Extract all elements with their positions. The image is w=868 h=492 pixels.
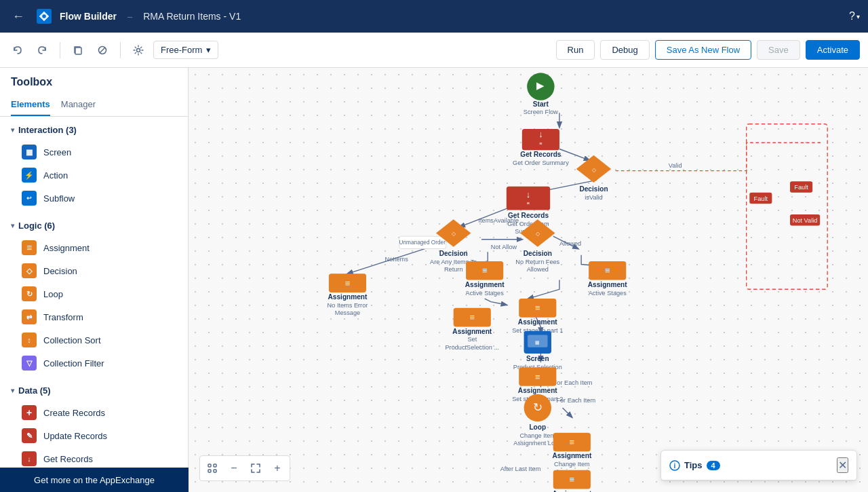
svg-rect-101 — [214, 470, 216, 472]
save-as-new-button[interactable]: Save As New Flow — [655, 40, 751, 60]
svg-text:↓: ↓ — [526, 189, 530, 200]
toolbox-item-subflow[interactable]: ↩ Subflow — [0, 187, 188, 210]
layout-select[interactable]: Free-Form ▾ — [153, 41, 218, 59]
save-button: Save — [757, 40, 800, 60]
toolbox-tabs: Elements Manager — [0, 94, 188, 117]
svg-text:ProductSelection ...: ProductSelection ... — [445, 344, 499, 351]
svg-text:≡: ≡ — [570, 437, 575, 447]
toolbox-item-loop[interactable]: ↻ Loop — [0, 282, 188, 305]
svg-line-4 — [100, 48, 105, 53]
node-assignment-setprod: ≡ Assignment Set ProductSelection ... — [445, 308, 499, 351]
toolbox-item-collection-sort[interactable]: ↕ Collection Sort — [0, 328, 188, 352]
undo-button[interactable] — [8, 41, 27, 60]
section-interaction-header[interactable]: ▾ Interaction (3) — [0, 119, 188, 140]
svg-text:≡: ≡ — [482, 265, 488, 276]
screen-icon: ▦ — [22, 145, 37, 159]
tips-close-button[interactable]: ✕ — [837, 457, 848, 473]
back-button[interactable]: ← — [8, 5, 28, 28]
svg-text:≡: ≡ — [539, 140, 542, 147]
svg-text:Not Valid: Not Valid — [793, 217, 818, 224]
toolbox-item-collection-filter[interactable]: ▽ Collection Filter — [0, 352, 188, 375]
svg-rect-100 — [208, 470, 211, 472]
flow-name: RMA Return Items - V1 — [143, 11, 241, 22]
svg-text:Valid: Valid — [669, 162, 682, 169]
zoom-in-button[interactable]: + — [268, 459, 287, 478]
canvas[interactable]: Valid ItemsAvailable Not Allow Allowed N… — [189, 68, 868, 492]
section-logic-label: Logic (6) — [18, 221, 55, 231]
svg-text:Assignment: Assignment — [552, 452, 591, 459]
node-assignment-noitems: ≡ Assignment No Items Error Message — [328, 273, 368, 316]
toolbox-item-update-records[interactable]: ✎ Update Records — [0, 424, 188, 447]
block-button[interactable] — [93, 41, 112, 60]
debug-button[interactable]: Debug — [600, 40, 649, 60]
svg-rect-98 — [208, 464, 211, 467]
section-logic: ▾ Logic (6) ≡ Assignment ◇ Decision ↻ Lo… — [0, 212, 188, 377]
activate-button[interactable]: Activate — [806, 40, 860, 60]
section-data-header[interactable]: ▾ Data (5) — [0, 380, 188, 401]
decision-label: Decision — [43, 266, 77, 276]
settings-button[interactable] — [129, 41, 148, 60]
main-layout: Toolbox Elements Manager ▾ Interaction (… — [0, 68, 868, 492]
svg-text:Fault: Fault — [754, 195, 768, 202]
help-button[interactable]: ? ▾ — [849, 10, 860, 22]
toolbox-item-action[interactable]: ⚡ Action — [0, 164, 188, 187]
update-records-icon: ✎ — [22, 428, 37, 443]
toolbox-title: Toolbox — [0, 68, 188, 94]
expand-button[interactable] — [246, 459, 265, 478]
collection-sort-icon: ↕ — [22, 333, 37, 347]
zoom-out-button[interactable]: − — [224, 459, 243, 478]
toolbox-item-decision[interactable]: ◇ Decision — [0, 259, 188, 282]
svg-text:Allowed: Allowed — [527, 266, 549, 273]
flow-diagram: Valid ItemsAvailable Not Allow Allowed N… — [189, 68, 868, 492]
svg-text:Get Order Summary: Get Order Summary — [513, 159, 569, 166]
svg-text:Assignment: Assignment — [518, 387, 557, 394]
toolbar-divider-2 — [120, 42, 121, 58]
appexchange-banner[interactable]: Get more on the AppExchange — [0, 468, 189, 492]
loop-label: Loop — [43, 289, 63, 299]
fit-view-button[interactable] — [203, 459, 222, 478]
svg-text:↓: ↓ — [538, 129, 542, 139]
action-icon: ⚡ — [22, 168, 37, 183]
tips-title: i Tips 4 — [669, 460, 720, 471]
action-label: Action — [43, 170, 68, 181]
toolbox-item-transform[interactable]: ⇄ Transform — [0, 305, 188, 328]
redo-button[interactable] — [33, 41, 52, 60]
svg-text:Not Allow: Not Allow — [491, 244, 517, 250]
run-button[interactable]: Run — [556, 40, 595, 60]
svg-text:Assignment: Assignment — [588, 281, 627, 288]
section-logic-header[interactable]: ▾ Logic (6) — [0, 215, 188, 236]
svg-text:Assignment: Assignment — [452, 328, 492, 335]
svg-text:Screen Flow: Screen Flow — [524, 109, 558, 115]
decision-icon: ◇ — [22, 263, 37, 278]
chevron-down-icon-logic: ▾ — [11, 222, 14, 229]
toolbox-item-screen[interactable]: ▦ Screen — [0, 140, 188, 164]
section-interaction-label: Interaction (3) — [18, 125, 77, 135]
node-assignment-active1: ≡ Assignment Active Stages — [465, 261, 505, 297]
get-records-label: Get Records — [43, 454, 93, 464]
collection-sort-label: Collection Sort — [43, 335, 101, 345]
node-get-order-summary: ↓ ≡ Get Records Get Order Summary — [513, 129, 569, 166]
section-data-label: Data (5) — [18, 385, 51, 396]
toolbox-item-get-records[interactable]: ↓ Get Records — [0, 447, 188, 470]
svg-text:◇: ◇ — [452, 231, 456, 237]
copy-button[interactable] — [68, 41, 87, 60]
collection-filter-label: Collection Filter — [43, 358, 104, 368]
svg-text:Get Records: Get Records — [520, 151, 561, 158]
top-nav: ← Flow Builder – RMA Return Items - V1 ?… — [0, 0, 868, 33]
node-assignment-bottom: ≡ Assignment — [552, 470, 591, 492]
svg-text:↻: ↻ — [533, 401, 542, 414]
tab-manager[interactable]: Manager — [61, 94, 96, 116]
svg-point-5 — [137, 48, 140, 52]
assignment-icon: ≡ — [22, 240, 37, 255]
svg-text:Screen: Screen — [526, 355, 549, 362]
create-records-label: Create Records — [43, 408, 105, 418]
svg-text:Fault: Fault — [794, 184, 808, 191]
help-icon: ? — [849, 10, 855, 22]
svg-text:Decision: Decision — [579, 185, 608, 193]
toolbox-item-create-records[interactable]: + Create Records — [0, 401, 188, 424]
toolbox-item-assignment[interactable]: ≡ Assignment — [0, 236, 188, 259]
tab-elements[interactable]: Elements — [11, 94, 50, 116]
svg-text:NoItems: NoItems — [385, 256, 409, 263]
svg-text:i: i — [674, 462, 676, 470]
svg-text:Change Item: Change Item — [554, 461, 590, 468]
